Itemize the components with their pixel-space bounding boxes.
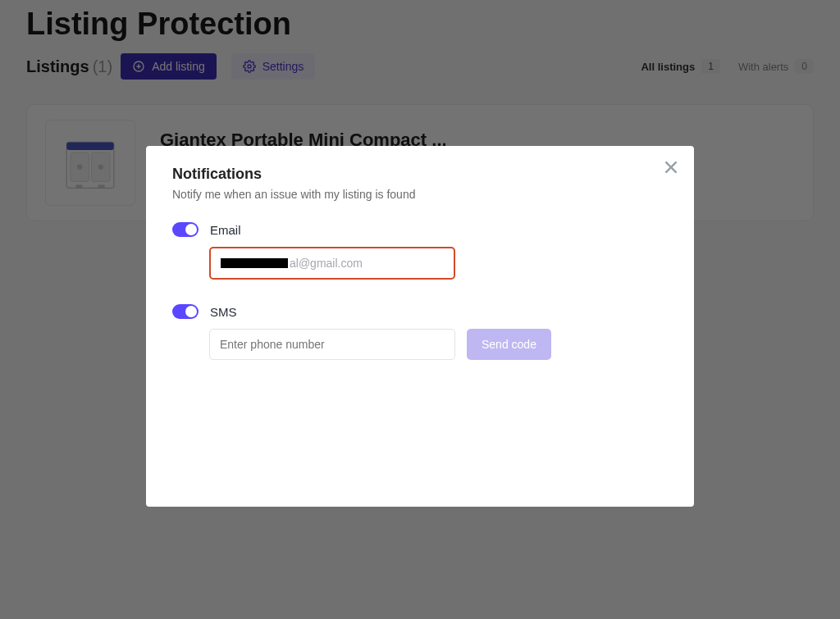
close-icon [663,159,679,175]
email-input[interactable]: al@gmail.com [209,247,455,280]
email-toggle-label: Email [210,223,241,237]
email-toggle[interactable] [172,222,199,237]
close-button[interactable] [663,159,679,179]
notifications-modal: Notifications Notify me when an issue wi… [146,146,694,507]
modal-overlay[interactable]: Notifications Notify me when an issue wi… [0,0,840,619]
email-visible-suffix: al@gmail.com [290,257,363,270]
phone-input[interactable] [209,329,455,360]
send-code-button[interactable]: Send code [467,329,551,360]
redacted-email-prefix [221,258,288,268]
modal-title: Notifications [172,166,668,183]
sms-toggle-label: SMS [210,305,237,319]
modal-subtitle: Notify me when an issue with my listing … [172,188,668,201]
sms-toggle[interactable] [172,304,199,319]
